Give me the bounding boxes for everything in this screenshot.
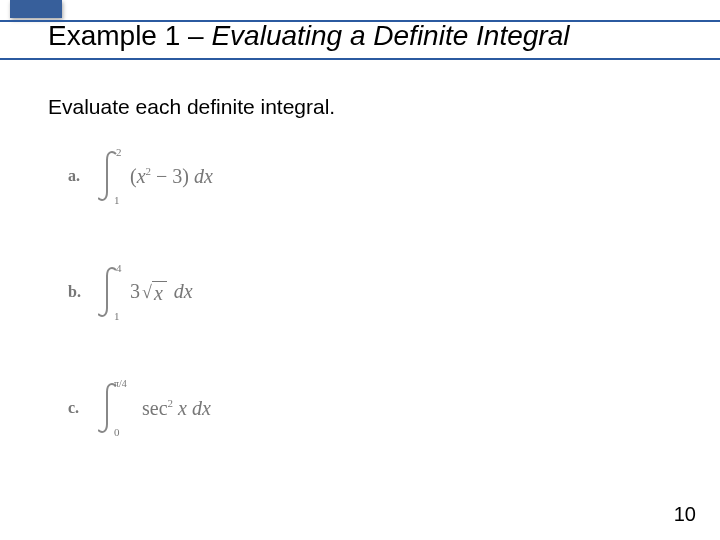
problem-c-integral: π/4 0 sec2 x dx <box>98 382 211 434</box>
header-rule-bottom <box>0 58 720 60</box>
problem-c: c. π/4 0 sec2 x dx <box>68 382 213 434</box>
integral-sign-icon: π/4 0 <box>98 382 126 434</box>
problem-list: a. 2 1 (x2 − 3) dx b. 4 1 <box>68 150 213 434</box>
problem-a-integral: 2 1 (x2 − 3) dx <box>98 150 213 202</box>
upper-limit: 2 <box>116 146 122 158</box>
header-accent-block <box>10 0 62 18</box>
lower-limit: 0 <box>114 426 120 438</box>
lower-limit: 1 <box>114 194 120 206</box>
problem-c-label: c. <box>68 399 98 417</box>
slide-header: Example 1 – Evaluating a Definite Integr… <box>0 0 720 72</box>
upper-limit: 4 <box>116 262 122 274</box>
page-number: 10 <box>674 503 696 526</box>
problem-b-integral: 4 1 3√x dx <box>98 266 193 318</box>
instruction-text: Evaluate each definite integral. <box>48 95 335 119</box>
square-root-icon: √x <box>142 281 167 304</box>
problem-a: a. 2 1 (x2 − 3) dx <box>68 150 213 202</box>
upper-limit: π/4 <box>114 378 127 389</box>
lower-limit: 1 <box>114 310 120 322</box>
integral-sign-icon: 2 1 <box>98 150 126 202</box>
title-subject: Evaluating a Definite Integral <box>211 20 569 51</box>
slide-title: Example 1 – Evaluating a Definite Integr… <box>48 20 569 52</box>
title-prefix: Example 1 – <box>48 20 211 51</box>
problem-a-label: a. <box>68 167 98 185</box>
integrand-c: sec2 x dx <box>142 397 211 420</box>
integral-sign-icon: 4 1 <box>98 266 126 318</box>
integrand-a: (x2 − 3) dx <box>130 165 213 188</box>
problem-b: b. 4 1 3√x dx <box>68 266 213 318</box>
integrand-b: 3√x dx <box>130 280 193 304</box>
problem-b-label: b. <box>68 283 98 301</box>
